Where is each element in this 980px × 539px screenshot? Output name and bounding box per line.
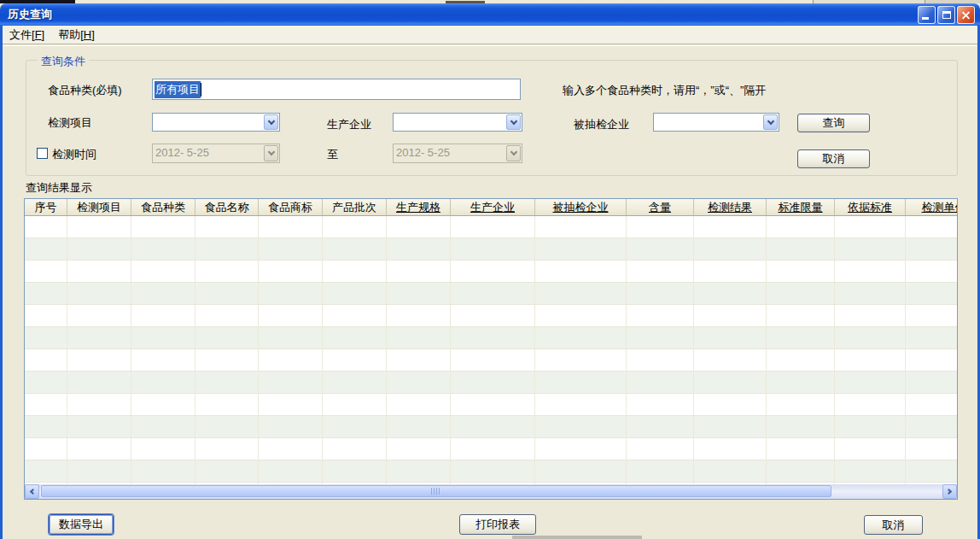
column-header[interactable]: 检测结果 (694, 199, 767, 215)
table-cell (195, 216, 259, 237)
test-item-combobox[interactable] (152, 113, 280, 132)
table-cell (535, 238, 627, 260)
print-report-button[interactable]: 打印报表 (459, 514, 536, 535)
table-cell (25, 438, 67, 460)
menu-item-help[interactable]: 帮助[H] (51, 26, 102, 44)
table-cell (131, 283, 195, 304)
producer-combobox[interactable] (393, 113, 522, 132)
time-filter-checkbox[interactable] (37, 148, 48, 159)
table-cell (67, 261, 131, 282)
table-cell (387, 460, 451, 482)
export-data-button[interactable]: 数据导出 (49, 514, 114, 535)
table-cell (767, 216, 835, 237)
column-header[interactable]: 依据标准 (835, 199, 906, 215)
window-title: 历史查询 (0, 7, 52, 22)
table-cell (835, 238, 906, 260)
time-filter-label: 检测时间 (52, 147, 96, 162)
table-cell (387, 305, 451, 326)
table-row (25, 238, 957, 261)
scroll-right-button[interactable] (942, 484, 957, 499)
table-cell (195, 394, 259, 415)
table-cell (323, 261, 387, 282)
minimize-icon (922, 17, 929, 20)
table-cell (67, 327, 131, 349)
table-cell (323, 372, 387, 393)
scrollbar-track[interactable] (39, 484, 942, 499)
chevron-down-icon (506, 145, 521, 161)
combobox-value (153, 114, 263, 131)
chevron-down-icon[interactable] (264, 114, 278, 130)
table-cell (323, 349, 387, 371)
table-cell (25, 372, 67, 393)
sampled-company-combobox[interactable] (653, 113, 779, 132)
table-cell (387, 261, 451, 282)
column-header[interactable]: 检测项目 (67, 199, 131, 215)
query-conditions-title: 查询条件 (38, 54, 89, 69)
selected-text: 所有项目 (155, 81, 201, 98)
table-row (25, 372, 957, 394)
column-header[interactable]: 检测单位 (906, 199, 957, 215)
table-cell (451, 394, 535, 415)
table-cell (67, 460, 131, 482)
column-header[interactable]: 序号 (25, 199, 67, 215)
chevron-down-icon (264, 145, 278, 161)
chevron-down-icon[interactable] (506, 114, 521, 130)
table-cell (259, 305, 323, 326)
table-cell (195, 372, 259, 393)
food-type-input[interactable]: 所有项目 (152, 79, 521, 100)
table-cell (627, 349, 694, 371)
table-cell (259, 216, 323, 237)
table-cell (323, 305, 387, 326)
table-cell (451, 238, 535, 260)
column-header[interactable]: 被抽检企业 (535, 199, 627, 215)
horizontal-scrollbar[interactable] (25, 484, 957, 499)
table-cell (835, 261, 906, 282)
table-cell (767, 305, 835, 326)
table-cell (835, 305, 906, 326)
title-bar[interactable]: 历史查询 (0, 3, 980, 26)
scrollbar-thumb[interactable] (41, 485, 831, 497)
table-cell (835, 327, 906, 349)
results-section-label: 查询结果显示 (26, 180, 92, 196)
table-cell (259, 416, 323, 437)
cancel-query-button[interactable]: 取消 (797, 149, 870, 168)
minimize-button[interactable] (918, 6, 936, 24)
column-header[interactable]: 食品商标 (259, 199, 323, 215)
table-cell (25, 460, 67, 482)
column-header[interactable]: 生产企业 (451, 199, 535, 215)
chevron-down-icon[interactable] (763, 114, 778, 130)
table-cell (131, 216, 195, 237)
table-cell (906, 283, 957, 304)
table-cell (835, 349, 906, 371)
column-header[interactable]: 产品批次 (323, 199, 387, 215)
table-cell (767, 238, 835, 260)
menu-item-file[interactable]: 文件[F] (3, 26, 51, 44)
scroll-left-button[interactable] (25, 484, 39, 499)
scrollbar-grip-icon (431, 488, 440, 495)
table-cell (131, 372, 195, 393)
table-cell (25, 305, 67, 326)
table-cell (906, 327, 957, 349)
cancel-button[interactable]: 取消 (864, 515, 923, 535)
sampled-company-label: 被抽检企业 (574, 117, 629, 132)
table-cell (195, 460, 259, 482)
table-cell (259, 372, 323, 393)
query-button[interactable]: 查询 (797, 114, 870, 132)
maximize-button[interactable] (937, 6, 955, 24)
food-type-label: 食品种类(必填) (48, 83, 122, 98)
date-from-picker: 2012- 5-25 (152, 144, 280, 163)
column-header[interactable]: 标准限量 (767, 199, 835, 215)
table-cell (906, 216, 957, 237)
table-cell (694, 327, 767, 349)
column-header[interactable]: 含量 (627, 199, 694, 215)
column-header[interactable]: 生产规格 (387, 199, 451, 215)
table-row (25, 394, 957, 416)
column-header[interactable]: 食品种类 (131, 199, 195, 215)
table-cell (451, 305, 535, 326)
table-cell (835, 460, 906, 482)
table-cell (451, 372, 535, 393)
close-button[interactable] (957, 6, 975, 24)
column-header[interactable]: 食品名称 (195, 199, 259, 215)
table-cell (451, 327, 535, 349)
table-cell (67, 305, 131, 326)
